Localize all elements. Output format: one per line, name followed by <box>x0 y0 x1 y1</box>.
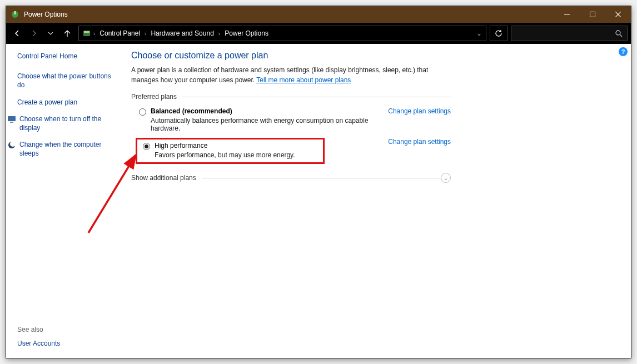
svg-point-13 <box>10 141 16 147</box>
chevron-right-icon: › <box>143 31 147 37</box>
chevron-down-icon[interactable]: ⌄ <box>441 173 451 183</box>
close-button[interactable] <box>605 6 631 23</box>
crumb-power-options[interactable]: Power Options <box>221 29 272 37</box>
chevron-down-icon[interactable]: ⌄ <box>472 29 486 37</box>
plan-balanced: Balanced (recommended) Automatically bal… <box>131 105 451 136</box>
moon-icon <box>7 141 16 149</box>
show-additional-plans[interactable]: Show additional plans ⌄ <box>131 173 451 183</box>
annotation-highlight-box: High performance Favors performance, but… <box>136 138 325 164</box>
page-title: Choose or customize a power plan <box>131 51 620 61</box>
chevron-right-icon: › <box>217 31 221 37</box>
learn-more-link[interactable]: Tell me more about power plans <box>256 76 351 84</box>
up-button[interactable] <box>59 26 75 41</box>
content-area: Control Panel Home Choose what the power… <box>6 44 631 358</box>
search-icon <box>615 30 623 37</box>
radio-balanced[interactable] <box>139 108 146 116</box>
svg-rect-10 <box>8 116 16 121</box>
main-panel: ? Choose or customize a power plan A pow… <box>120 44 631 358</box>
plan-high-performance-row: High performance Favors performance, but… <box>131 136 451 167</box>
sidebar-link-user-accounts[interactable]: User Accounts <box>17 339 113 348</box>
window-frame: Power Options › Control Panel › Hardware… <box>6 6 631 358</box>
window-controls <box>554 6 631 23</box>
svg-rect-1 <box>14 11 16 14</box>
divider <box>202 178 441 178</box>
change-settings-high-performance[interactable]: Change plan settings <box>377 138 451 146</box>
sidebar-home-link[interactable]: Control Panel Home <box>17 52 113 61</box>
location-icon <box>81 28 92 39</box>
help-icon[interactable]: ? <box>619 47 628 56</box>
chevron-right-icon: › <box>92 31 96 37</box>
change-settings-balanced[interactable]: Change plan settings <box>377 107 451 115</box>
svg-rect-11 <box>10 122 13 123</box>
crumb-hardware-sound[interactable]: Hardware and Sound <box>147 29 217 37</box>
navigation-bar: › Control Panel › Hardware and Sound › P… <box>6 23 631 44</box>
crumb-control-panel[interactable]: Control Panel <box>96 29 143 37</box>
svg-rect-7 <box>84 31 89 33</box>
forward-button[interactable] <box>26 26 42 41</box>
back-button[interactable] <box>9 26 25 41</box>
sidebar-link-computer-sleeps[interactable]: Change when the computer sleeps <box>19 140 113 158</box>
plan-balanced-desc: Automatically balances performance with … <box>151 117 377 132</box>
sidebar-link-turn-off-display[interactable]: Choose when to turn off the display <box>19 114 113 132</box>
sidebar: Control Panel Home Choose what the power… <box>6 44 120 358</box>
divider <box>182 97 451 97</box>
preferred-plans-label: Preferred plans <box>131 93 177 101</box>
page-description: A power plan is a collection of hardware… <box>131 65 454 85</box>
breadcrumb[interactable]: › Control Panel › Hardware and Sound › P… <box>78 26 486 41</box>
svg-rect-3 <box>590 12 595 17</box>
titlebar: Power Options <box>6 6 631 23</box>
see-also-label: See also <box>17 326 113 333</box>
app-icon <box>11 10 19 19</box>
svg-line-9 <box>620 34 622 37</box>
search-input[interactable] <box>511 26 628 41</box>
plan-high-performance-desc: Favors performance, but may use more ene… <box>155 151 320 159</box>
minimize-button[interactable] <box>554 6 580 23</box>
refresh-button[interactable] <box>490 26 507 41</box>
monitor-icon <box>7 115 16 124</box>
sidebar-link-power-buttons[interactable]: Choose what the power buttons do <box>17 72 113 89</box>
svg-point-8 <box>616 31 620 35</box>
maximize-button[interactable] <box>580 6 605 23</box>
plan-balanced-title[interactable]: Balanced (recommended) <box>151 107 377 115</box>
recent-dropdown[interactable] <box>43 26 58 41</box>
sidebar-link-create-plan[interactable]: Create a power plan <box>17 98 113 107</box>
plan-high-performance-title[interactable]: High performance <box>155 142 320 149</box>
radio-high-performance[interactable] <box>143 143 150 150</box>
window-title: Power Options <box>24 11 554 18</box>
preferred-plans-header: Preferred plans <box>131 93 451 101</box>
show-additional-label: Show additional plans <box>131 174 196 182</box>
